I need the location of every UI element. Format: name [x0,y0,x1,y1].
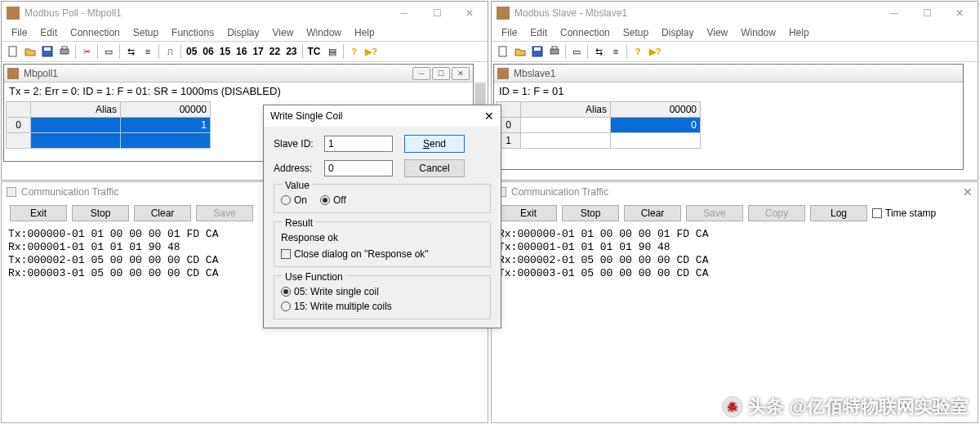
help-icon[interactable]: ? [630,43,646,60]
doc-icon[interactable]: ▭ [100,43,117,60]
menu-view[interactable]: View [266,25,301,40]
fn-15[interactable]: 15 [217,46,233,57]
modbus-slave-window: Modbus Slave - Mbslave1 ─ ☐ ✕ File Edit … [491,1,978,181]
traffic-titlebar[interactable]: Communication Traffic ✕ [492,182,978,202]
close-on-ok-checkbox[interactable]: Close dialog on "Response ok" [281,248,483,260]
print-icon[interactable] [56,43,73,60]
col-alias[interactable]: Alias [521,102,611,118]
titlebar[interactable]: Modbus Slave - Mbslave1 ─ ☐ ✕ [492,2,978,25]
cancel-button[interactable]: Cancel [404,159,465,177]
dialog-titlebar[interactable]: Write Single Coil ✕ [264,105,501,127]
stop-button[interactable]: Stop [72,205,129,221]
fn-22[interactable]: 22 [267,46,283,57]
print-icon[interactable] [546,43,563,60]
open-icon[interactable] [22,43,38,60]
disconnect-icon[interactable]: ≡ [140,43,156,60]
maximize-button[interactable]: ☐ [911,3,943,23]
fn-06[interactable]: 06 [200,46,216,57]
menu-edit[interactable]: Edit [33,25,64,40]
connect-icon[interactable]: ⇆ [122,43,139,60]
svg-rect-2 [44,47,51,51]
menu-functions[interactable]: Functions [165,25,220,40]
svg-rect-5 [499,47,506,56]
clear-button[interactable]: Clear [624,205,681,221]
value-off-radio[interactable]: Off [320,194,346,206]
close-button[interactable]: ✕ [453,3,486,23]
traffic-log[interactable]: Rx:000000-01 01 00 00 00 01 FD CA Tx:000… [492,225,978,283]
menu-window[interactable]: Window [734,25,782,40]
value-on-radio[interactable]: On [281,194,307,206]
address-input[interactable] [324,160,393,176]
titlebar[interactable]: Modbus Poll - Mbpoll1 ─ ☐ ✕ [2,2,488,25]
menu-view[interactable]: View [700,25,734,40]
send-button[interactable]: Send [404,135,465,153]
exit-button[interactable]: Exit [500,205,557,221]
child-max[interactable]: ☐ [432,67,450,80]
whatsthis-icon[interactable]: ▶? [647,43,663,60]
close-button[interactable]: ✕ [943,3,976,23]
menu-edit[interactable]: Edit [523,25,554,40]
save-button[interactable]: Save [196,205,253,221]
fn05-radio[interactable]: 05: Write single coil [281,286,483,297]
menu-setup[interactable]: Setup [617,25,655,40]
log-button[interactable]: Log [810,205,867,221]
minimize-button[interactable]: ─ [878,3,911,23]
minimize-button[interactable]: ─ [388,3,421,23]
menu-display[interactable]: Display [655,25,700,40]
connect-icon[interactable]: ⇆ [590,43,607,60]
new-icon[interactable] [495,43,511,60]
fn-23[interactable]: 23 [283,46,299,57]
result-text: Response ok [281,232,483,243]
new-icon[interactable] [5,43,21,60]
menu-setup[interactable]: Setup [127,25,165,40]
timestamp-checkbox[interactable]: Time stamp [872,208,936,219]
menu-connection[interactable]: Connection [554,25,617,40]
data-grid[interactable]: Alias00000 01 [6,101,211,149]
menu-file[interactable]: File [5,25,33,40]
exit-button[interactable]: Exit [10,205,67,221]
stop-button[interactable]: Stop [562,205,619,221]
cut-icon[interactable]: ✂ [78,43,95,60]
disconnect-icon[interactable]: ≡ [608,43,624,60]
col-alias[interactable]: Alias [31,102,121,118]
whatsthis-icon[interactable]: ▶? [363,43,380,60]
menu-window[interactable]: Window [300,25,348,40]
tc-button[interactable]: TC [305,46,323,57]
maximize-button[interactable]: ☐ [421,3,453,23]
child-titlebar[interactable]: Mbpoll1 ─ ☐ ✕ [4,65,473,83]
pulse-icon[interactable]: ⎍ [162,43,178,60]
menu-file[interactable]: File [495,25,523,40]
child-titlebar[interactable]: Mbslave1 [494,65,963,83]
slave-id-input[interactable] [324,136,393,152]
col-val[interactable]: 00000 [121,102,211,118]
child-close[interactable]: ✕ [452,67,470,80]
fn-17[interactable]: 17 [250,46,265,57]
table-row: 1 [497,133,701,149]
chart-icon[interactable]: ▤ [324,43,341,60]
help-icon[interactable]: ? [346,43,363,60]
menu-display[interactable]: Display [220,25,265,40]
open-icon[interactable] [512,43,528,60]
close-icon[interactable]: ✕ [484,109,494,123]
clear-button[interactable]: Clear [134,205,191,221]
save-button[interactable]: Save [686,205,743,221]
data-grid[interactable]: Alias00000 00 1 [496,101,701,149]
save-icon[interactable] [39,43,56,60]
save-icon[interactable] [529,43,546,60]
menu-help[interactable]: Help [348,25,381,40]
menubar: File Edit Connection Setup Functions Dis… [2,25,488,41]
app-icon [497,7,510,20]
close-icon[interactable]: ✕ [963,185,973,199]
menu-connection[interactable]: Connection [64,25,127,40]
fn-16[interactable]: 16 [234,46,249,57]
fn-05[interactable]: 05 [184,46,199,57]
copy-button[interactable]: Copy [748,205,805,221]
col-val[interactable]: 00000 [611,102,701,118]
fn15-radio[interactable]: 15: Write multiple coils [281,301,483,312]
menu-help[interactable]: Help [782,25,816,40]
doc-icon[interactable]: ▭ [568,43,585,60]
watermark-icon: 条 [722,396,743,417]
window-title: Modbus Poll - Mbpoll1 [24,7,122,19]
table-row: 00 [497,118,701,133]
child-min[interactable]: ─ [412,67,430,80]
